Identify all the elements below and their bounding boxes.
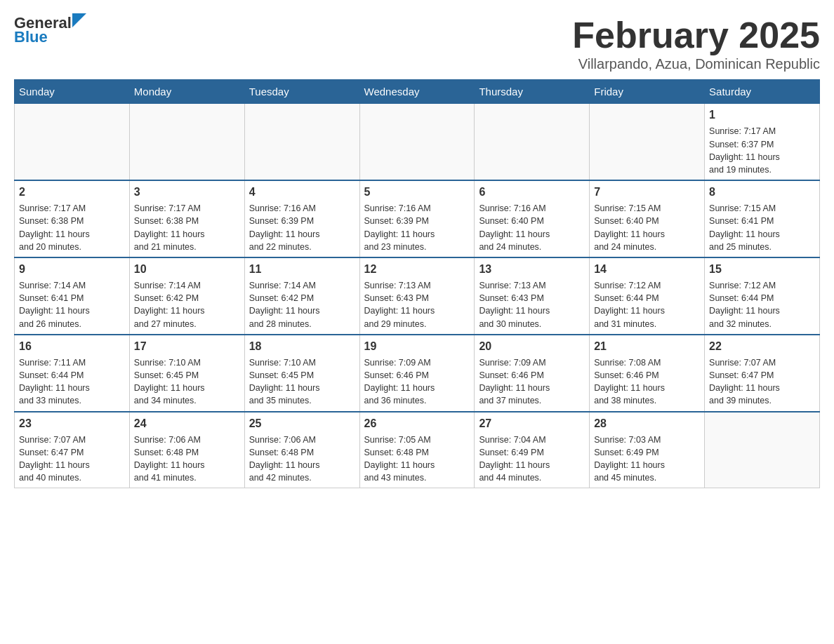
logo: General Blue [14, 14, 86, 46]
calendar-day: 23Sunrise: 7:07 AM Sunset: 6:47 PM Dayli… [15, 412, 130, 488]
day-number: 4 [249, 185, 355, 200]
day-info: Sunrise: 7:08 AM Sunset: 6:46 PM Dayligh… [594, 356, 700, 408]
day-info: Sunrise: 7:17 AM Sunset: 6:38 PM Dayligh… [19, 202, 125, 253]
day-number: 24 [134, 416, 240, 431]
calendar-day: 28Sunrise: 7:03 AM Sunset: 6:49 PM Dayli… [590, 412, 705, 488]
calendar-header-friday: Friday [590, 80, 705, 104]
calendar-day: 25Sunrise: 7:06 AM Sunset: 6:48 PM Dayli… [244, 412, 359, 488]
calendar-day: 7Sunrise: 7:15 AM Sunset: 6:40 PM Daylig… [590, 180, 705, 257]
day-info: Sunrise: 7:16 AM Sunset: 6:39 PM Dayligh… [249, 202, 355, 253]
calendar-day: 13Sunrise: 7:13 AM Sunset: 6:43 PM Dayli… [475, 257, 590, 335]
day-number: 12 [364, 262, 470, 277]
day-info: Sunrise: 7:06 AM Sunset: 6:48 PM Dayligh… [249, 434, 355, 485]
day-info: Sunrise: 7:15 AM Sunset: 6:40 PM Dayligh… [594, 202, 700, 253]
day-number: 21 [594, 339, 700, 354]
calendar-header-thursday: Thursday [475, 80, 590, 104]
day-info: Sunrise: 7:13 AM Sunset: 6:43 PM Dayligh… [479, 279, 585, 330]
day-number: 5 [364, 185, 470, 200]
day-number: 1 [709, 107, 815, 123]
logo-blue-text: Blue [14, 28, 48, 46]
day-number: 22 [709, 339, 815, 354]
calendar-week-3: 9Sunrise: 7:14 AM Sunset: 6:41 PM Daylig… [15, 257, 820, 335]
day-number: 27 [479, 416, 585, 431]
day-info: Sunrise: 7:12 AM Sunset: 6:44 PM Dayligh… [709, 279, 815, 330]
day-number: 8 [709, 185, 815, 200]
calendar-day: 4Sunrise: 7:16 AM Sunset: 6:39 PM Daylig… [244, 180, 359, 257]
day-info: Sunrise: 7:13 AM Sunset: 6:43 PM Dayligh… [364, 279, 470, 330]
calendar-day: 6Sunrise: 7:16 AM Sunset: 6:40 PM Daylig… [475, 180, 590, 257]
calendar-day: 10Sunrise: 7:14 AM Sunset: 6:42 PM Dayli… [129, 257, 244, 335]
day-number: 15 [709, 262, 815, 277]
day-number: 25 [249, 416, 355, 431]
calendar-day: 8Sunrise: 7:15 AM Sunset: 6:41 PM Daylig… [705, 180, 820, 257]
calendar-day: 15Sunrise: 7:12 AM Sunset: 6:44 PM Dayli… [705, 257, 820, 335]
calendar-day: 20Sunrise: 7:09 AM Sunset: 6:46 PM Dayli… [475, 335, 590, 412]
day-number: 9 [19, 262, 125, 277]
calendar-day: 27Sunrise: 7:04 AM Sunset: 6:49 PM Dayli… [475, 412, 590, 488]
calendar-day: 17Sunrise: 7:10 AM Sunset: 6:45 PM Dayli… [129, 335, 244, 412]
calendar-day: 24Sunrise: 7:06 AM Sunset: 6:48 PM Dayli… [129, 412, 244, 488]
day-number: 17 [134, 339, 240, 354]
day-number: 20 [479, 339, 585, 354]
day-info: Sunrise: 7:03 AM Sunset: 6:49 PM Dayligh… [594, 434, 700, 485]
day-number: 11 [249, 262, 355, 277]
day-info: Sunrise: 7:06 AM Sunset: 6:48 PM Dayligh… [134, 434, 240, 485]
calendar-day: 2Sunrise: 7:17 AM Sunset: 6:38 PM Daylig… [15, 180, 130, 257]
calendar-day: 16Sunrise: 7:11 AM Sunset: 6:44 PM Dayli… [15, 335, 130, 412]
day-number: 3 [134, 185, 240, 200]
calendar-week-2: 2Sunrise: 7:17 AM Sunset: 6:38 PM Daylig… [15, 180, 820, 257]
day-number: 13 [479, 262, 585, 277]
day-number: 18 [249, 339, 355, 354]
calendar-week-4: 16Sunrise: 7:11 AM Sunset: 6:44 PM Dayli… [15, 335, 820, 412]
calendar-day: 3Sunrise: 7:17 AM Sunset: 6:38 PM Daylig… [129, 180, 244, 257]
logo-triangle-icon [72, 13, 86, 27]
calendar-day: 22Sunrise: 7:07 AM Sunset: 6:47 PM Dayli… [705, 335, 820, 412]
calendar-day: 5Sunrise: 7:16 AM Sunset: 6:39 PM Daylig… [359, 180, 475, 257]
calendar-day [15, 104, 130, 180]
calendar-day: 9Sunrise: 7:14 AM Sunset: 6:41 PM Daylig… [15, 257, 130, 335]
day-info: Sunrise: 7:16 AM Sunset: 6:40 PM Dayligh… [479, 202, 585, 253]
day-info: Sunrise: 7:14 AM Sunset: 6:42 PM Dayligh… [249, 279, 355, 330]
day-number: 23 [19, 416, 125, 431]
calendar-day: 26Sunrise: 7:05 AM Sunset: 6:48 PM Dayli… [359, 412, 475, 488]
calendar-day: 21Sunrise: 7:08 AM Sunset: 6:46 PM Dayli… [590, 335, 705, 412]
day-number: 26 [364, 416, 470, 431]
day-info: Sunrise: 7:15 AM Sunset: 6:41 PM Dayligh… [709, 202, 815, 253]
day-number: 2 [19, 185, 125, 200]
calendar-day [590, 104, 705, 180]
calendar-day: 14Sunrise: 7:12 AM Sunset: 6:44 PM Dayli… [590, 257, 705, 335]
day-info: Sunrise: 7:10 AM Sunset: 6:45 PM Dayligh… [249, 356, 355, 408]
day-info: Sunrise: 7:09 AM Sunset: 6:46 PM Dayligh… [479, 356, 585, 408]
month-title: February 2025 [572, 14, 820, 56]
calendar-day: 11Sunrise: 7:14 AM Sunset: 6:42 PM Dayli… [244, 257, 359, 335]
calendar-day [705, 412, 820, 488]
day-number: 16 [19, 339, 125, 354]
day-number: 14 [594, 262, 700, 277]
calendar-day: 19Sunrise: 7:09 AM Sunset: 6:46 PM Dayli… [359, 335, 475, 412]
calendar-header-wednesday: Wednesday [359, 80, 475, 104]
calendar-week-1: 1Sunrise: 7:17 AM Sunset: 6:37 PM Daylig… [15, 104, 820, 180]
calendar-header-saturday: Saturday [705, 80, 820, 104]
calendar-header-row: SundayMondayTuesdayWednesdayThursdayFrid… [15, 80, 820, 104]
day-info: Sunrise: 7:17 AM Sunset: 6:38 PM Dayligh… [134, 202, 240, 253]
svg-marker-0 [72, 13, 86, 27]
day-info: Sunrise: 7:09 AM Sunset: 6:46 PM Dayligh… [364, 356, 470, 408]
day-info: Sunrise: 7:12 AM Sunset: 6:44 PM Dayligh… [594, 279, 700, 330]
calendar-day [359, 104, 475, 180]
calendar-table: SundayMondayTuesdayWednesdayThursdayFrid… [14, 79, 820, 488]
day-number: 19 [364, 339, 470, 354]
calendar-day [244, 104, 359, 180]
day-number: 10 [134, 262, 240, 277]
page-header: General Blue February 2025 Villarpando, … [14, 14, 820, 72]
calendar-header-monday: Monday [129, 80, 244, 104]
calendar-day [129, 104, 244, 180]
day-info: Sunrise: 7:07 AM Sunset: 6:47 PM Dayligh… [19, 434, 125, 485]
day-info: Sunrise: 7:14 AM Sunset: 6:41 PM Dayligh… [19, 279, 125, 330]
day-info: Sunrise: 7:16 AM Sunset: 6:39 PM Dayligh… [364, 202, 470, 253]
calendar-day: 1Sunrise: 7:17 AM Sunset: 6:37 PM Daylig… [705, 104, 820, 180]
day-info: Sunrise: 7:17 AM Sunset: 6:37 PM Dayligh… [709, 125, 815, 176]
day-info: Sunrise: 7:10 AM Sunset: 6:45 PM Dayligh… [134, 356, 240, 408]
day-number: 7 [594, 185, 700, 200]
calendar-week-5: 23Sunrise: 7:07 AM Sunset: 6:47 PM Dayli… [15, 412, 820, 488]
day-number: 6 [479, 185, 585, 200]
